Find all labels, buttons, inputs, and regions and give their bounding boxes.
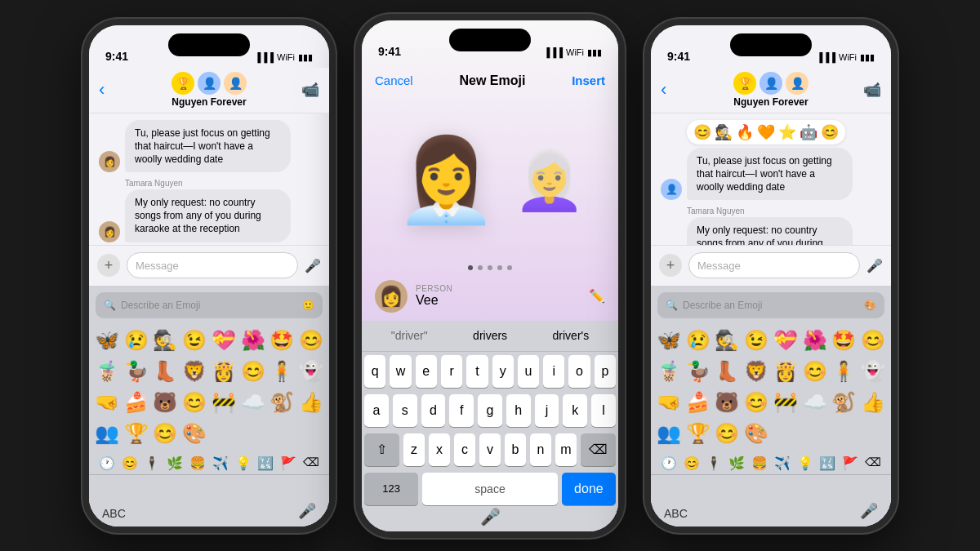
add-button-left[interactable]: + (97, 254, 120, 277)
list-item[interactable]: 🤩 (830, 325, 859, 356)
cat-flags[interactable]: 🚩 (280, 455, 296, 471)
list-item[interactable]: 😊 (858, 325, 888, 356)
list-item[interactable]: 🕵️ (713, 325, 742, 356)
cat-people[interactable]: 🕴 (144, 455, 160, 471)
list-item[interactable]: 😊 (800, 356, 830, 387)
cat-objects[interactable]: 💡 (235, 455, 252, 471)
cat-objects-r[interactable]: 💡 (797, 455, 813, 471)
cat-flags-r[interactable]: 🚩 (842, 455, 858, 471)
video-button-right[interactable]: 📹 (863, 81, 881, 99)
insert-button[interactable]: Insert (572, 73, 605, 87)
list-item[interactable]: 👸 (771, 356, 800, 387)
list-item[interactable]: 🌺 (800, 325, 830, 356)
list-item[interactable]: 🦁 (180, 356, 209, 387)
list-item[interactable]: 🦆 (122, 356, 151, 387)
reaction-1[interactable]: 😊 (693, 123, 711, 141)
key-e[interactable]: e (416, 355, 437, 388)
cat-smileys-r[interactable]: 😊 (684, 455, 700, 471)
key-t[interactable]: t (466, 355, 488, 388)
mic-button-right[interactable]: 🎤 (866, 258, 883, 273)
key-h[interactable]: h (506, 394, 531, 427)
back-button-right[interactable]: ‹ (661, 79, 666, 100)
video-button-left[interactable]: 📹 (301, 81, 319, 99)
key-delete[interactable]: ⌫ (581, 433, 616, 466)
person-edit-button[interactable]: ✏️ (589, 288, 605, 304)
list-item[interactable]: 😢 (684, 325, 713, 356)
key-shift[interactable]: ⇧ (364, 433, 399, 466)
key-l[interactable]: l (591, 394, 616, 427)
list-item[interactable]: 😊 (296, 325, 326, 356)
cat-delete-r[interactable]: ⌫ (865, 455, 881, 471)
list-item[interactable]: 🎨 (742, 418, 771, 449)
add-button-right[interactable]: + (659, 254, 682, 277)
list-item[interactable]: 😊 (238, 356, 268, 387)
abc-label-left[interactable]: ABC (102, 507, 126, 520)
message-input-left[interactable]: Message (127, 252, 298, 278)
key-space[interactable]: space (422, 473, 558, 505)
reaction-2[interactable]: 🕵️ (715, 123, 733, 141)
list-item[interactable]: 🤜 (654, 387, 684, 418)
list-item[interactable]: ☁️ (800, 387, 830, 418)
list-item[interactable]: 🦋 (654, 325, 684, 356)
emoji-search-left[interactable]: 🔍 Describe an Emoji 🙂 (96, 292, 323, 318)
mic-bottom-right[interactable]: 🎤 (860, 502, 878, 520)
cat-nature-r[interactable]: 🌿 (728, 455, 745, 471)
list-item[interactable]: 👥 (654, 418, 684, 449)
key-u[interactable]: u (518, 355, 539, 388)
mic-icon-middle[interactable]: 🎤 (480, 507, 501, 527)
cat-nature[interactable]: 🌿 (167, 455, 183, 471)
mic-button-left[interactable]: 🎤 (305, 258, 321, 273)
cat-recent-r[interactable]: 🕐 (661, 455, 677, 471)
message-input-right[interactable]: Message (688, 252, 860, 278)
list-item[interactable]: 😊 (151, 418, 180, 449)
list-item[interactable]: 🧍 (268, 356, 297, 387)
cat-travel-r[interactable]: ✈️ (774, 455, 791, 471)
cat-symbols[interactable]: 🔣 (257, 455, 274, 471)
key-z[interactable]: z (403, 433, 425, 466)
key-p[interactable]: p (595, 355, 616, 388)
key-f[interactable]: f (449, 394, 474, 427)
list-item[interactable]: 🕵️ (151, 325, 180, 356)
list-item[interactable]: 🐻 (713, 387, 742, 418)
reaction-3[interactable]: 🔥 (736, 123, 754, 141)
cancel-button[interactable]: Cancel (375, 73, 413, 87)
key-m[interactable]: m (555, 433, 577, 466)
autocomplete-1[interactable]: "driver" (381, 326, 438, 345)
list-item[interactable]: 👸 (209, 356, 238, 387)
list-item[interactable]: 🍰 (684, 387, 713, 418)
list-item[interactable]: 🍰 (122, 387, 151, 418)
key-c[interactable]: c (454, 433, 475, 466)
list-item[interactable]: 🏆 (122, 418, 151, 449)
list-item[interactable]: 🐒 (268, 387, 297, 418)
list-item[interactable]: 💝 (209, 325, 238, 356)
cat-smileys[interactable]: 😊 (122, 455, 138, 471)
key-j[interactable]: j (535, 394, 559, 427)
list-item[interactable]: 😊 (742, 387, 771, 418)
cat-recent[interactable]: 🕐 (99, 455, 115, 471)
list-item[interactable]: 🎨 (180, 418, 209, 449)
list-item[interactable]: 🚧 (209, 387, 238, 418)
autocomplete-2[interactable]: drivers (463, 326, 517, 345)
cat-symbols-r[interactable]: 🔣 (819, 455, 835, 471)
key-r[interactable]: r (441, 355, 462, 388)
reaction-4[interactable]: 🧡 (757, 123, 775, 141)
reaction-6[interactable]: 🤖 (800, 123, 817, 141)
key-q[interactable]: q (364, 355, 385, 388)
key-n[interactable]: n (530, 433, 551, 466)
list-item[interactable]: 👻 (858, 356, 888, 387)
reaction-5[interactable]: ⭐ (778, 123, 796, 141)
key-v[interactable]: v (479, 433, 501, 466)
cat-people-r[interactable]: 🕴 (706, 455, 722, 471)
list-item[interactable]: 🐒 (830, 387, 859, 418)
list-item[interactable]: 🧋 (654, 356, 684, 387)
back-button-left[interactable]: ‹ (99, 79, 105, 100)
list-item[interactable]: 👻 (296, 356, 326, 387)
key-y[interactable]: y (492, 355, 514, 388)
list-item[interactable]: 🌺 (238, 325, 268, 356)
list-item[interactable]: ☁️ (238, 387, 268, 418)
autocomplete-3[interactable]: driver's (543, 326, 599, 345)
key-x[interactable]: x (429, 433, 450, 466)
key-done[interactable]: done (562, 473, 616, 505)
list-item[interactable]: 🤜 (92, 387, 122, 418)
list-item[interactable]: 🤩 (268, 325, 297, 356)
